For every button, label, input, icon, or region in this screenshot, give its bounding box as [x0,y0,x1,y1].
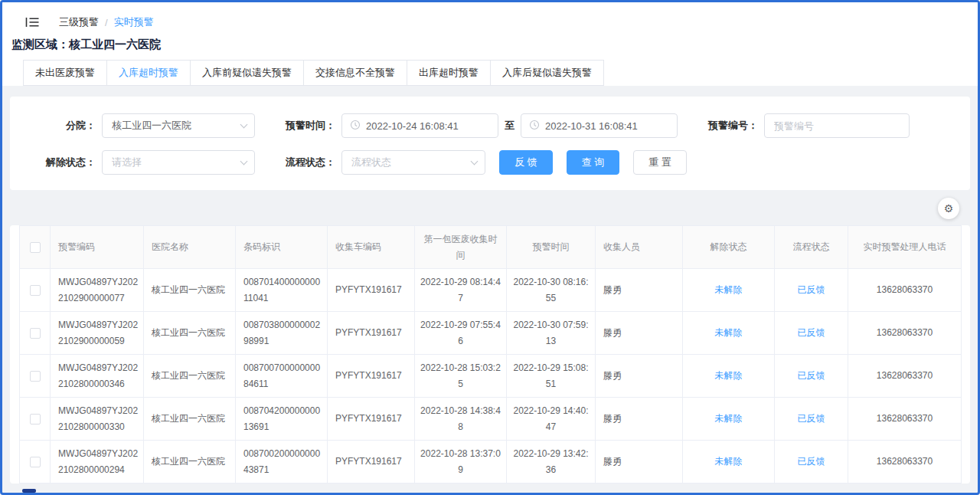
cell-hospital-name: 核工业四一六医院 [144,312,236,355]
cell-first-collect-time: 2022-10-28 15:03:25 [415,355,507,398]
release-status-select[interactable]: 请选择 [102,150,255,175]
row-checkbox[interactable] [30,371,41,382]
tab[interactable]: 未出医废预警 [23,60,107,86]
table-row: MWJG04897YJ2022102800000346 核工业四一六医院 008… [20,355,962,398]
cell-hospital-name: 核工业四一六医院 [144,355,236,398]
cell-collector: 滕勇 [596,269,683,312]
flow-status-select[interactable]: 流程状态 [341,150,485,175]
cell-barcode: 00870020000000043871 [236,441,328,484]
cell-flow-status: 已反馈 [775,398,848,441]
cell-warning-time: 2022-10-30 07:59:13 [507,312,596,355]
cell-warning-time: 2022-10-29 14:40:47 [507,398,596,441]
cell-handler-phone: 13628063370 [848,312,962,355]
col-first-collect-time: 第一包医废收集时间 [415,226,507,269]
cell-flow-status: 已反馈 [775,441,848,484]
cell-first-collect-time: 2022-10-28 14:38:48 [415,398,507,441]
row-checkbox[interactable] [30,285,41,296]
branch-select-value: 核工业四一六医院 [112,119,191,133]
row-checkbox[interactable] [30,457,41,467]
col-release-status: 解除状态 [683,226,775,269]
cell-flow-status: 已反馈 [775,312,848,355]
chevron-down-icon [240,157,248,165]
col-barcode: 条码标识 [236,226,328,269]
cell-first-collect-time: 2022-10-29 08:14:47 [415,269,507,312]
feedback-button[interactable]: 反 馈 [499,150,553,175]
reset-button[interactable]: 重 置 [633,150,687,175]
app-frame: 三级预警 / 实时预警 监测区域：核工业四一六医院 未出医废预警入库超时预警入库… [0,0,980,495]
cell-warning-code: MWJG04897YJ2022102800000330 [51,398,144,441]
warning-time-start-value: 2022-10-24 16:08:41 [366,120,459,132]
release-status-placeholder: 请选择 [112,156,142,169]
table-toolbar: ⚙ [10,190,970,225]
row-checkbox[interactable] [30,414,41,425]
tab[interactable]: 出库超时预警 [407,60,491,86]
cell-warning-time: 2022-10-29 13:42:36 [507,441,596,484]
cell-warning-code: MWJG04897YJ2022102900000077 [51,269,144,312]
cell-flow-status: 已反馈 [775,269,848,312]
col-vehicle-code: 收集车编码 [328,226,415,269]
filter-panel: 分院： 核工业四一六医院 预警时间： 2022-10-24 16:08:41 [10,97,970,190]
cell-release-status: 未解除 [683,269,775,312]
breadcrumb-item[interactable]: 三级预警 [59,15,99,29]
breadcrumb-item-current: 实时预警 [114,15,154,29]
flow-status-label: 流程状态： [286,156,341,169]
cell-warning-code: MWJG04897YJ2022102800000294 [51,441,144,484]
table-row: MWJG04897YJ2022102800000330 核工业四一六医院 008… [20,398,962,441]
tabs: 未出医废预警入库超时预警入库前疑似遗失预警交接信息不全预警出库超时预警入库后疑似… [2,60,978,86]
cell-barcode: 00870380000000298991 [236,312,328,355]
branch-select[interactable]: 核工业四一六医院 [102,113,255,138]
column-settings-button[interactable]: ⚙ [938,198,959,219]
clock-icon [350,120,361,133]
cell-warning-time: 2022-10-30 08:16:55 [507,269,596,312]
cell-vehicle-code: PYFYTX191617 [328,441,415,484]
breadcrumb: 三级预警 / 实时预警 [59,15,154,29]
row-checkbox[interactable] [30,328,41,339]
warning-time-start-input[interactable]: 2022-10-24 16:08:41 [341,113,498,138]
select-all-checkbox[interactable] [30,242,41,253]
warning-table-card: 预警编码 医院名称 条码标识 收集车编码 第一包医废收集时间 预警时间 收集人员… [10,225,970,484]
cell-warning-code: MWJG04897YJ2022102900000059 [51,312,144,355]
horizontal-scrollbar-thumb[interactable] [22,489,36,493]
cell-vehicle-code: PYFYTX191617 [328,398,415,441]
cell-flow-status: 已反馈 [775,355,848,398]
tab[interactable]: 入库超时预警 [106,60,191,86]
cell-warning-code: MWJG04897YJ2022102800000346 [51,355,144,398]
chevron-down-icon [240,120,248,128]
warning-code-input[interactable] [764,113,910,138]
breadcrumb-separator: / [105,17,108,28]
search-button[interactable]: 查 询 [567,150,620,175]
title-row: 监测区域：核工业四一六医院 [2,33,978,60]
cell-vehicle-code: PYFYTX191617 [328,355,415,398]
cell-vehicle-code: PYFYTX191617 [328,269,415,312]
cell-collector: 滕勇 [596,355,683,398]
page-title: 监测区域：核工业四一六医院 [11,38,978,52]
cell-collector: 滕勇 [596,441,683,484]
cell-release-status: 未解除 [683,355,775,398]
cell-barcode: 00870140000000011041 [236,269,328,312]
col-warning-time: 预警时间 [507,226,596,269]
cell-handler-phone: 13628063370 [848,355,962,398]
filter-row-2: 解除状态： 请选择 流程状态： 流程状态 反 馈 查 询 重 置 [25,150,955,175]
select-all-header [20,226,51,269]
cell-barcode: 00870420000000013691 [236,398,328,441]
branch-label: 分院： [25,119,102,133]
cell-collector: 滕勇 [596,312,683,355]
cell-hospital-name: 核工业四一六医院 [144,441,236,484]
header: 三级预警 / 实时预警 监测区域：核工业四一六医院 未出医废预警入库超时预警入库… [2,2,978,86]
menu-collapse-icon[interactable] [25,16,39,28]
cell-handler-phone: 13628063370 [848,441,962,484]
col-collector: 收集人员 [596,226,683,269]
date-range-to-label: 至 [505,119,514,133]
chevron-down-icon [471,157,479,165]
cell-warning-time: 2022-10-29 15:08:51 [507,355,596,398]
tab[interactable]: 入库后疑似遗失预警 [490,60,604,86]
tab[interactable]: 入库前疑似遗失预警 [190,60,304,86]
tab[interactable]: 交接信息不全预警 [303,60,407,86]
warning-table: 预警编码 医院名称 条码标识 收集车编码 第一包医废收集时间 预警时间 收集人员… [19,225,962,484]
table-body: MWJG04897YJ2022102900000077 核工业四一六医院 008… [20,269,962,484]
table-header: 预警编码 医院名称 条码标识 收集车编码 第一包医废收集时间 预警时间 收集人员… [20,226,962,269]
cell-handler-phone: 13628063370 [848,269,962,312]
warning-time-end-input[interactable]: 2022-10-31 16:08:41 [521,113,678,138]
table-row: MWJG04897YJ2022102900000059 核工业四一六医院 008… [20,312,962,355]
content: 分院： 核工业四一六医院 预警时间： 2022-10-24 16:08:41 [2,86,978,484]
